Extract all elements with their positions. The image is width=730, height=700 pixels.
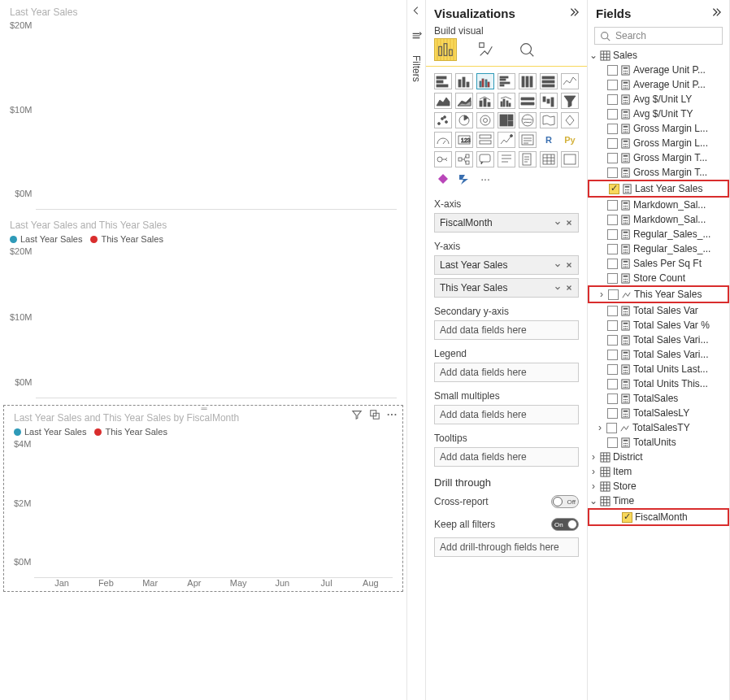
tooltips-well[interactable]: Add data fields here xyxy=(434,447,579,467)
waterfall-icon[interactable] xyxy=(540,93,558,109)
field-item[interactable]: Gross Margin L... xyxy=(588,136,729,150)
more-options-icon[interactable]: ··· xyxy=(387,409,398,423)
caret-icon[interactable]: › xyxy=(589,482,597,490)
get-more-visuals-icon[interactable]: ··· xyxy=(476,171,494,187)
area-chart-icon[interactable] xyxy=(434,93,452,109)
checkbox[interactable] xyxy=(607,379,618,389)
filters-collapse-icon[interactable] xyxy=(411,30,422,44)
field-item[interactable]: Store Count xyxy=(588,271,729,285)
field-item[interactable]: Regular_Sales_... xyxy=(588,227,729,241)
r-visual-icon[interactable]: R xyxy=(540,132,558,148)
expand-left-icon[interactable] xyxy=(411,5,422,19)
gauge-icon[interactable] xyxy=(434,132,452,148)
checkbox[interactable] xyxy=(607,306,618,316)
checkbox[interactable] xyxy=(607,437,618,448)
visual-ly-ty-by-fiscalmonth[interactable]: ═ ··· Last Year Sales and This Year Sale… xyxy=(3,405,403,592)
field-item[interactable]: ›TotalSalesTY xyxy=(588,420,729,435)
table-district[interactable]: ›District xyxy=(588,450,729,464)
field-item[interactable]: Regular_Sales_... xyxy=(588,241,729,256)
collapse-right-icon[interactable] xyxy=(710,7,721,20)
checkbox[interactable] xyxy=(607,80,618,90)
checkbox[interactable] xyxy=(607,229,618,240)
checkbox[interactable] xyxy=(607,138,618,149)
field-item[interactable]: Total Sales Vari... xyxy=(588,333,729,347)
checkbox[interactable] xyxy=(607,215,618,225)
checkbox[interactable] xyxy=(607,153,618,163)
line-clustered-column-icon[interactable] xyxy=(498,93,515,109)
field-item[interactable]: Average Unit P... xyxy=(588,63,729,77)
field-item[interactable]: Sales Per Sq Ft xyxy=(588,256,729,271)
filter-icon[interactable] xyxy=(351,409,363,423)
field-item[interactable]: Last Year Sales xyxy=(588,180,729,198)
table-store[interactable]: ›Store xyxy=(588,479,729,493)
field-item[interactable]: TotalSales xyxy=(588,391,729,406)
checkbox[interactable] xyxy=(622,512,632,523)
py-visual-icon[interactable]: Py xyxy=(561,132,579,148)
visual-last-year-sales[interactable]: Last Year Sales $20M$10M$0M xyxy=(0,0,406,213)
caret-icon[interactable]: ⌄ xyxy=(589,497,597,505)
table-time[interactable]: ⌄Time xyxy=(588,493,729,508)
funnel-icon[interactable] xyxy=(561,93,579,109)
line-stacked-column-icon[interactable] xyxy=(476,93,494,109)
y-axis-well-field-1[interactable]: This Year Sales xyxy=(434,278,579,298)
checkbox[interactable] xyxy=(607,109,618,120)
qa-visual-icon[interactable] xyxy=(476,151,494,167)
checkbox[interactable] xyxy=(607,320,618,331)
paginated-report-icon[interactable] xyxy=(519,151,537,167)
field-item[interactable]: Gross Margin T... xyxy=(588,165,729,180)
map-icon[interactable] xyxy=(519,112,537,128)
field-item[interactable]: Avg $/Unit TY xyxy=(588,107,729,121)
checkbox[interactable] xyxy=(607,65,618,76)
pie-icon[interactable] xyxy=(455,112,473,128)
caret-icon[interactable]: › xyxy=(596,424,604,432)
checkbox[interactable] xyxy=(607,408,618,419)
clustered-column-icon[interactable] xyxy=(476,73,494,89)
table-icon[interactable] xyxy=(540,151,558,167)
field-fiscalmonth[interactable]: FiscalMonth xyxy=(588,508,729,526)
field-item[interactable]: Total Units Last... xyxy=(588,362,729,376)
checkbox[interactable] xyxy=(607,259,618,269)
drag-handle-icon[interactable]: ═ xyxy=(187,404,219,409)
cross-report-toggle[interactable]: Off xyxy=(551,495,579,508)
visual-ly-ty-sales[interactable]: Last Year Sales and This Year Sales Last… xyxy=(0,213,406,402)
collapse-right-icon[interactable] xyxy=(567,7,579,20)
secondary-y-well[interactable]: Add data fields here xyxy=(434,320,579,340)
matrix-icon[interactable] xyxy=(561,151,579,167)
checkbox[interactable] xyxy=(607,94,618,105)
slicer-icon[interactable] xyxy=(519,132,537,148)
field-item[interactable]: Gross Margin L... xyxy=(588,121,729,136)
stacked-bar-100-icon[interactable] xyxy=(540,73,558,89)
x-axis-well[interactable]: FiscalMonth xyxy=(434,213,579,233)
power-automate-icon[interactable] xyxy=(455,171,473,187)
table-item[interactable]: ›Item xyxy=(588,464,729,479)
field-item[interactable]: TotalSalesLY xyxy=(588,406,729,420)
field-item[interactable]: Total Sales Var xyxy=(588,303,729,318)
caret-icon[interactable]: ⌄ xyxy=(589,51,597,59)
y-axis-well-field-0[interactable]: Last Year Sales xyxy=(434,255,579,275)
checkbox[interactable] xyxy=(607,350,618,360)
powerapps-icon[interactable] xyxy=(434,171,452,187)
key-influencers-icon[interactable] xyxy=(434,151,452,167)
checkbox[interactable] xyxy=(609,184,619,194)
field-item[interactable]: Avg $/Unit LY xyxy=(588,92,729,107)
checkbox[interactable] xyxy=(607,393,618,404)
field-item[interactable]: Total Sales Var % xyxy=(588,318,729,333)
stacked-bar-icon[interactable] xyxy=(434,73,452,89)
checkbox[interactable] xyxy=(608,289,619,300)
drill-through-well[interactable]: Add drill-through fields here xyxy=(434,537,579,557)
checkbox[interactable] xyxy=(607,244,618,254)
field-item[interactable]: TotalUnits xyxy=(588,435,729,450)
line-chart-icon[interactable] xyxy=(561,73,579,89)
focus-mode-icon[interactable] xyxy=(369,409,380,423)
field-item[interactable]: Total Units This... xyxy=(588,376,729,391)
checkbox[interactable] xyxy=(606,423,617,433)
treemap-icon[interactable] xyxy=(498,112,515,128)
card-icon[interactable]: 123 xyxy=(455,132,473,148)
azure-map-icon[interactable] xyxy=(561,112,579,128)
field-item[interactable]: Average Unit P... xyxy=(588,77,729,92)
kpi-icon[interactable] xyxy=(498,132,515,148)
field-item[interactable]: Markdown_Sal... xyxy=(588,198,729,212)
field-item[interactable]: Gross Margin T... xyxy=(588,150,729,165)
filters-pane-collapsed[interactable]: Filters xyxy=(406,0,426,700)
scatter-icon[interactable] xyxy=(434,112,452,128)
